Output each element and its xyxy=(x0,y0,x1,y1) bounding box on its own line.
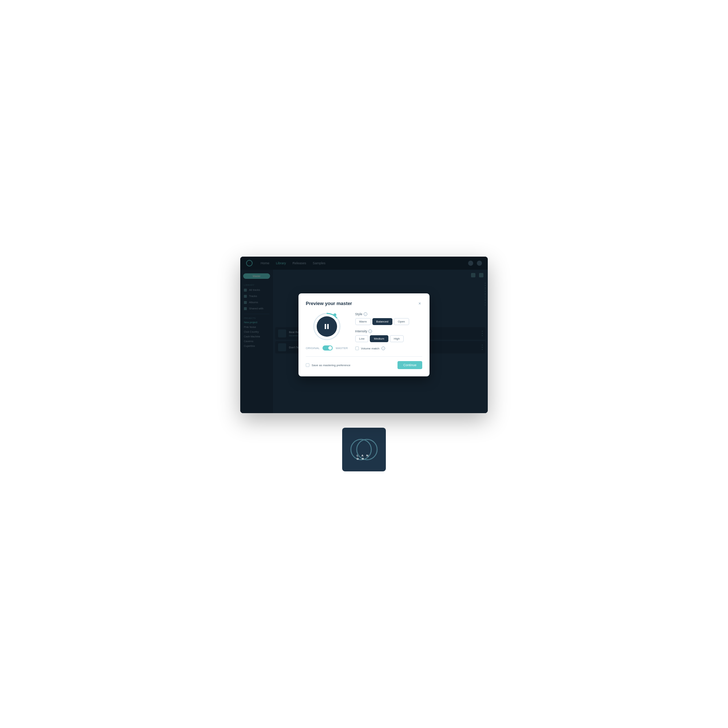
toggle-row: ORIGINAL MASTER xyxy=(306,346,348,350)
landr-logo: L A N D R xyxy=(349,435,379,464)
style-info-icon[interactable]: i xyxy=(364,312,367,316)
style-btn-group: Warm Balanced Open xyxy=(355,318,422,325)
save-preference-row: Save as mastering preference xyxy=(306,363,350,367)
style-label: Style i xyxy=(355,312,422,316)
modal-title: Preview your master xyxy=(306,301,352,306)
intensity-medium-button[interactable]: Medium xyxy=(370,335,388,342)
close-icon[interactable]: × xyxy=(417,301,422,306)
pause-icon xyxy=(325,324,329,329)
volume-match-row: Volume match i xyxy=(355,347,422,350)
progress-dot xyxy=(333,314,336,316)
modal-footer: Save as mastering preference Continue xyxy=(306,356,422,369)
controls-panel: Style i Warm Balanced Open Intensity xyxy=(355,312,422,350)
style-warm-button[interactable]: Warm xyxy=(355,318,371,325)
style-balanced-button[interactable]: Balanced xyxy=(372,318,392,325)
landr-logo-container: L A N D R xyxy=(342,428,386,471)
modal-overlay: Preview your master × xyxy=(240,257,488,413)
save-preference-label: Save as mastering preference xyxy=(312,364,350,367)
modal: Preview your master × xyxy=(298,294,430,376)
save-preference-checkbox[interactable] xyxy=(306,363,309,367)
modal-body: ORIGINAL MASTER Style i xyxy=(306,312,422,350)
continue-button[interactable]: Continue xyxy=(398,361,422,369)
landr-text: L A N D R xyxy=(357,454,371,460)
intensity-label: Intensity i xyxy=(355,329,422,333)
style-open-button[interactable]: Open xyxy=(394,318,409,325)
volume-match-checkbox[interactable] xyxy=(355,347,359,350)
toggle-master-label: MASTER xyxy=(336,347,348,350)
intensity-control-group: Intensity i Low Medium High xyxy=(355,329,422,342)
intensity-btn-group: Low Medium High xyxy=(355,335,422,342)
modal-header: Preview your master × xyxy=(306,301,422,306)
player-container: ORIGINAL MASTER xyxy=(306,312,348,350)
toggle-original-label: ORIGINAL xyxy=(306,347,320,350)
style-control-group: Style i Warm Balanced Open xyxy=(355,312,422,325)
toggle-switch[interactable] xyxy=(323,346,333,350)
intensity-info-icon[interactable]: i xyxy=(369,329,372,333)
player-circle-wrapper xyxy=(312,312,341,341)
intensity-low-button[interactable]: Low xyxy=(355,335,369,342)
toggle-thumb xyxy=(328,346,332,350)
intensity-high-button[interactable]: High xyxy=(390,335,404,342)
app-container: Home Library Releases Samples Master LIB… xyxy=(240,257,488,413)
play-pause-button[interactable] xyxy=(317,316,337,337)
volume-match-label: Volume match xyxy=(361,347,380,350)
volume-match-info-icon[interactable]: i xyxy=(381,347,385,350)
